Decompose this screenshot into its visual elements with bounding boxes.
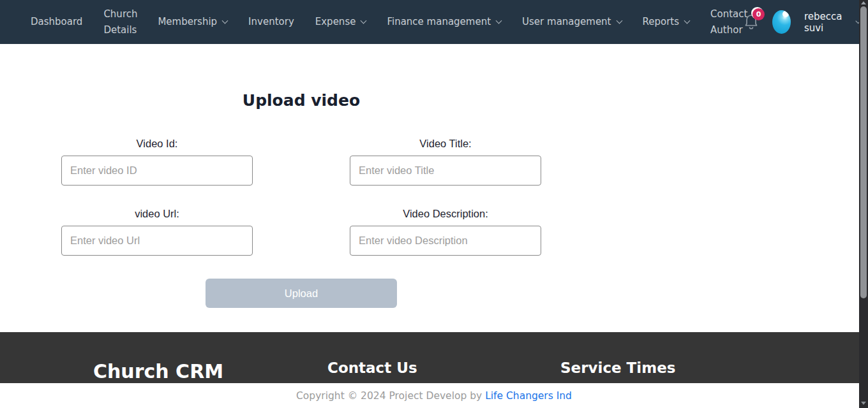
notification-badge: 0 — [752, 8, 765, 20]
avatar[interactable] — [772, 10, 791, 34]
field-group-video-id: Video Id: — [61, 138, 253, 186]
video-title-input[interactable] — [350, 156, 541, 186]
nav-item-label: User management — [522, 14, 611, 30]
nav-item-expense[interactable]: Expense — [315, 14, 366, 30]
user-name: rebecca suvi — [804, 11, 849, 34]
page-title: Upload video — [61, 91, 541, 110]
chevron-down-icon — [684, 18, 691, 24]
video-description-input[interactable] — [350, 226, 541, 256]
nav-item-contact-author[interactable]: Contact Author — [710, 6, 744, 38]
nav-item-label: Church Details — [103, 6, 137, 38]
copyright-bar: Copyright © 2024 Project Develop by Life… — [0, 383, 868, 408]
user-menu[interactable]: rebecca suvi — [804, 11, 860, 34]
chevron-down-icon — [222, 18, 228, 24]
scrollbar-up-arrow-icon[interactable] — [861, 1, 866, 4]
copyright-text: Copyright © 2024 Project Develop by — [296, 390, 485, 402]
field-group-video-url: video Url: — [61, 208, 253, 256]
video-url-label: video Url: — [61, 208, 253, 219]
nav-item-label: Expense — [315, 14, 356, 30]
footer-brand: Church CRM — [93, 360, 223, 382]
upload-button[interactable]: Upload — [206, 279, 397, 308]
nav-item-church-details[interactable]: Church Details — [103, 6, 137, 38]
video-title-label: Video Title: — [350, 138, 541, 149]
nav-item-label: Dashboard — [31, 14, 82, 30]
page-footer: Church CRM Contact Us Service Times — [0, 332, 868, 383]
nav-menu: Dashboard Church Details Membership Inve… — [31, 6, 744, 38]
chevron-down-icon — [496, 18, 502, 24]
top-navbar: Dashboard Church Details Membership Inve… — [0, 0, 868, 44]
upload-video-form: Video Id: Video Title: video Url: Video … — [61, 138, 541, 256]
video-id-input[interactable] — [61, 156, 253, 186]
nav-item-finance-management[interactable]: Finance management — [387, 14, 501, 30]
field-group-video-title: Video Title: — [350, 138, 541, 186]
nav-item-label: Reports — [643, 14, 680, 30]
footer-contact-heading: Contact Us — [327, 360, 417, 376]
notifications-button[interactable]: 0 — [744, 13, 759, 32]
footer-service-heading: Service Times — [560, 360, 675, 376]
scrollbar-down-arrow-icon[interactable] — [861, 402, 866, 405]
scrollbar-thumb[interactable] — [860, 6, 867, 298]
video-id-label: Video Id: — [61, 138, 253, 149]
video-description-label: Video Description: — [350, 208, 541, 219]
nav-item-user-management[interactable]: User management — [522, 14, 621, 30]
nav-item-inventory[interactable]: Inventory — [248, 14, 294, 30]
nav-right-group: 0 rebecca suvi — [744, 10, 860, 34]
field-group-video-description: Video Description: — [350, 208, 541, 256]
nav-item-label: Contact Author — [710, 6, 747, 38]
upload-video-page: Upload video Video Id: Video Title: vide… — [61, 44, 541, 308]
nav-item-label: Inventory — [248, 14, 294, 30]
nav-item-label: Membership — [158, 14, 217, 30]
nav-item-reports[interactable]: Reports — [643, 14, 690, 30]
nav-item-membership[interactable]: Membership — [158, 14, 227, 30]
nav-item-label: Finance management — [387, 14, 491, 30]
nav-item-dashboard[interactable]: Dashboard — [31, 14, 82, 30]
vertical-scrollbar[interactable] — [859, 0, 868, 408]
chevron-down-icon — [616, 18, 622, 24]
video-url-input[interactable] — [61, 226, 253, 256]
copyright-link[interactable]: Life Changers Ind — [485, 390, 572, 402]
chevron-down-icon — [361, 18, 367, 24]
